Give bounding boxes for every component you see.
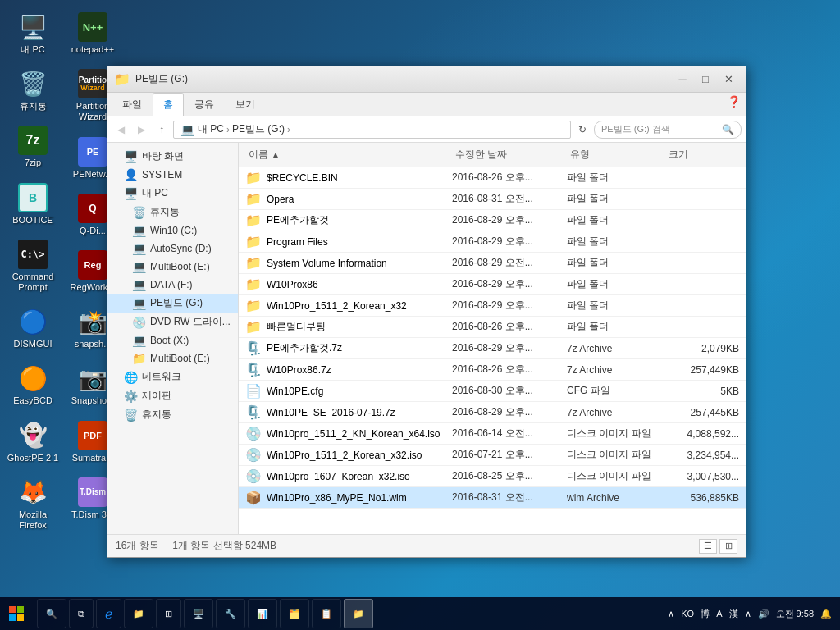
taskbar-apps1[interactable]: ⊞ xyxy=(156,599,181,628)
taskbar-explorer[interactable]: 📁 xyxy=(124,599,153,628)
start-button[interactable] xyxy=(0,597,33,630)
taskbar-tray: ∧ KO 博 A 漢 ∧ 🔊 오전 9:58 🔔 xyxy=(660,608,840,620)
nav-item-recycle[interactable]: 🗑️ 휴지통 xyxy=(107,203,238,221)
taskbar-apps5[interactable]: 🗂️ xyxy=(280,599,309,628)
col-date[interactable]: 수정한 날짜 xyxy=(452,146,567,163)
table-row[interactable]: 📁 Program Files 2016-08-29 오후... 파일 폴더 xyxy=(239,231,746,253)
desktop-icon-7zip[interactable]: 7z 7zip xyxy=(4,121,62,172)
detail-view-button[interactable]: ☰ xyxy=(699,539,717,554)
tab-file[interactable]: 파일 xyxy=(112,93,153,116)
tab-share[interactable]: 공유 xyxy=(184,93,225,116)
desktop-icon-mypc[interactable]: 🖥️ 내 PC xyxy=(4,8,62,59)
tray-expand[interactable]: ∧ xyxy=(668,609,674,619)
nav-item-dvdrw[interactable]: 💿 DVD RW 드라이... xyxy=(107,313,238,331)
desktop-icon-easybcd[interactable]: 🟠 EasyBCD xyxy=(4,359,62,410)
nav-system-icon: 👤 xyxy=(124,168,138,181)
nav-item-desktop[interactable]: 🖥️ 바탕 화면 xyxy=(107,147,238,166)
table-row[interactable]: 🗜️ W10Prox86.7z 2016-08-26 오후... 7z Arch… xyxy=(239,359,746,381)
help-button[interactable]: ❓ xyxy=(725,93,742,111)
col-size[interactable]: 크기 xyxy=(665,146,739,163)
table-row[interactable]: 📁 PE에추가할것 2016-08-29 오후... 파일 폴더 xyxy=(239,210,746,231)
tray-time[interactable]: 오전 9:58 xyxy=(776,608,814,619)
maximize-button[interactable]: □ xyxy=(695,71,716,88)
taskbar-taskview[interactable]: ⧉ xyxy=(69,599,94,628)
apps1-icon: ⊞ xyxy=(165,609,172,619)
tab-home[interactable]: 홈 xyxy=(153,93,184,116)
col-type[interactable]: 유형 xyxy=(567,146,665,163)
nav-item-multiboot[interactable]: 💻 MultiBoot (E:) xyxy=(107,258,238,276)
path-mypc: 내 PC xyxy=(198,122,224,136)
file-date: 2016-08-26 오후... xyxy=(452,363,567,377)
nav-item-control[interactable]: ⚙️ 제어판 xyxy=(107,386,238,405)
tile-view-button[interactable]: ⊞ xyxy=(719,539,737,554)
back-button[interactable]: ◀ xyxy=(112,121,130,139)
window-icon: 📁 xyxy=(114,71,130,87)
table-row[interactable]: 📄 Win10PE.cfg 2016-08-30 오후... CFG 파일 5K… xyxy=(239,381,746,402)
minimize-button[interactable]: ─ xyxy=(672,71,693,88)
nav-item-recycle2[interactable]: 🗑️ 휴지통 xyxy=(107,405,238,424)
taskview-icon: ⧉ xyxy=(78,609,84,619)
table-row[interactable]: 🗜️ PE에추가할것.7z 2016-08-29 오후... 7z Archiv… xyxy=(239,338,746,359)
file-type: 디스크 이미지 파일 xyxy=(567,448,665,462)
up-button[interactable]: ↑ xyxy=(153,121,171,139)
search-box[interactable]: PE빌드 (G:) 검색 🔍 xyxy=(594,121,742,139)
close-button[interactable]: ✕ xyxy=(718,71,739,88)
table-row[interactable]: 🗜️ Win10PE_SE_2016-07-19.7z 2016-08-29 오… xyxy=(239,402,746,423)
file-type: 파일 폴더 xyxy=(567,277,665,291)
nav-item-system[interactable]: 👤 SYSTEM xyxy=(107,166,238,184)
ime-indicator2[interactable]: A xyxy=(716,609,722,619)
taskbar-apps4[interactable]: 📊 xyxy=(248,599,277,628)
taskbar-search[interactable]: 🔍 xyxy=(37,599,66,628)
nav-recycle2-label: 휴지통 xyxy=(142,408,171,422)
taskbar-active-window[interactable]: 📁 xyxy=(344,599,373,628)
nav-item-autosync[interactable]: 💻 AutoSync (D:) xyxy=(107,240,238,258)
table-row[interactable]: 📁 Win10Pro_1511_2_Korean_x32 2016-08-29 … xyxy=(239,295,746,317)
tray-notification[interactable]: ∧ xyxy=(745,609,751,619)
desktop-icon-firefox[interactable]: 🦊 Mozilla Firefox xyxy=(4,473,62,535)
table-row[interactable]: 📁 $RECYCLE.BIN 2016-08-26 오후... 파일 폴더 xyxy=(239,167,746,189)
active-window-icon: 📁 xyxy=(353,609,364,619)
taskbar: 🔍 ⧉ ℯ 📁 ⊞ 🖥️ 🔧 📊 🗂 xyxy=(0,597,840,630)
taskbar-apps6[interactable]: 📋 xyxy=(312,599,341,628)
table-row[interactable]: 💿 Win10pro_1607_Korean_x32.iso 2016-08-2… xyxy=(239,466,746,487)
table-row[interactable]: 💿 Win10Pro_1511_2_Korean_x32.iso 2016-07… xyxy=(239,445,746,466)
search-icon: 🔍 xyxy=(46,609,57,619)
table-row[interactable]: 💿 Win10pro_1511_2_KN_Korean_x64.iso 2016… xyxy=(239,423,746,445)
nav-item-boot[interactable]: 💻 Boot (X:) xyxy=(107,331,238,349)
status-bar: 16개 항목 1개 항목 선택함 524MB ☰ ⊞ xyxy=(107,534,746,557)
notification-center[interactable]: 🔔 xyxy=(820,609,832,619)
desktop-icon-cmd[interactable]: C:\> Command Prompt xyxy=(4,235,62,297)
lang-indicator[interactable]: KO xyxy=(681,609,694,619)
nav-item-mypc[interactable]: 🖥️ 내 PC xyxy=(107,184,238,203)
nav-item-winc[interactable]: 💻 Win10 (C:) xyxy=(107,221,238,240)
nav-item-data[interactable]: 💻 DATA (F:) xyxy=(107,276,238,294)
col-name[interactable]: 이름 ▲ xyxy=(245,146,452,163)
desktop-icon-ghostpe[interactable]: 👻 GhostPE 2.1 xyxy=(4,417,62,468)
nav-winc-label: Win10 (C:) xyxy=(150,225,197,236)
tab-view[interactable]: 보기 xyxy=(225,93,266,116)
refresh-button[interactable]: ↻ xyxy=(573,121,591,139)
desktop-icon-recycle[interactable]: 🗑️ 휴지통 xyxy=(4,65,62,116)
table-row[interactable]: 📁 Opera 2016-08-31 오전... 파일 폴더 xyxy=(239,189,746,210)
desktop-icon-notepadpp[interactable]: N++ notepad++ xyxy=(64,8,121,59)
volume-icon[interactable]: 🔊 xyxy=(758,609,769,619)
nav-item-multiboot2[interactable]: 📁 MultiBoot (E:) xyxy=(107,349,238,368)
address-path[interactable]: 💻 내 PC › PE빌드 (G:) › xyxy=(173,121,571,139)
forward-button[interactable]: ▶ xyxy=(132,121,150,139)
file-name: Program Files xyxy=(267,236,328,248)
taskbar-ie[interactable]: ℯ xyxy=(96,599,121,628)
desktop-icon-bootice[interactable]: B BOOTICE xyxy=(4,179,62,230)
table-row[interactable]: 📦 Win10Pro_x86_MyPE_No1.wim 2016-08-31 오… xyxy=(239,487,746,509)
taskbar-apps3[interactable]: 🔧 xyxy=(216,599,245,628)
table-row[interactable]: 📁 W10Prox86 2016-08-29 오후... 파일 폴더 xyxy=(239,274,746,295)
table-row[interactable]: 📁 System Volume Information 2016-08-29 오… xyxy=(239,253,746,274)
nav-item-network[interactable]: 🌐 네트워크 xyxy=(107,368,238,386)
table-row[interactable]: 📁 빠른멀티부팅 2016-08-26 오후... 파일 폴더 xyxy=(239,317,746,338)
ime-indicator3[interactable]: 漢 xyxy=(729,608,738,620)
desktop-icon-dismgui[interactable]: 🔵 DISMGUI xyxy=(4,303,62,354)
file-name: Win10Pro_x86_MyPE_No1.wim xyxy=(267,492,407,504)
apps4-icon: 📊 xyxy=(257,609,268,619)
nav-item-peg[interactable]: 💻 PE빌드 (G:) xyxy=(107,294,238,313)
ime-indicator1[interactable]: 博 xyxy=(701,608,710,620)
taskbar-apps2[interactable]: 🖥️ xyxy=(184,599,213,628)
